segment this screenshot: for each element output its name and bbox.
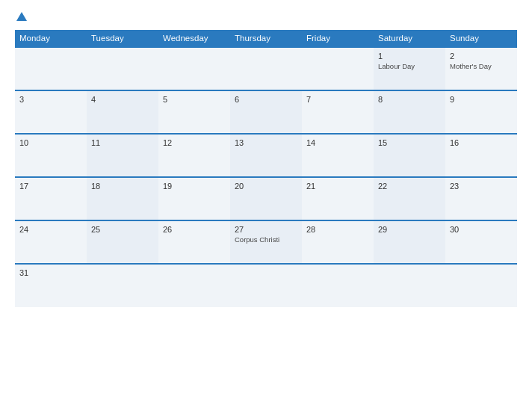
day-number: 17 bbox=[19, 182, 82, 191]
calendar-week-row: 17181920212223 bbox=[15, 177, 517, 220]
day-number: 4 bbox=[91, 95, 154, 104]
day-number: 30 bbox=[450, 225, 513, 234]
calendar-day-cell: 11 bbox=[87, 134, 158, 177]
calendar-day-cell: 14 bbox=[302, 134, 374, 177]
day-number: 9 bbox=[450, 95, 513, 104]
col-header-saturday: Saturday bbox=[374, 30, 445, 47]
day-number: 7 bbox=[306, 95, 369, 104]
calendar-week-row: 3456789 bbox=[15, 90, 517, 134]
day-number: 29 bbox=[378, 225, 441, 234]
day-number: 24 bbox=[19, 225, 82, 234]
calendar-day-cell: 12 bbox=[158, 134, 230, 177]
calendar-day-cell: 19 bbox=[158, 177, 230, 220]
calendar-day-cell: 8 bbox=[374, 90, 445, 134]
calendar-day-cell: 16 bbox=[445, 134, 517, 177]
day-number: 14 bbox=[306, 138, 369, 147]
day-number: 8 bbox=[378, 95, 441, 104]
day-number: 6 bbox=[235, 95, 297, 104]
day-number: 20 bbox=[235, 182, 297, 191]
calendar-day-cell bbox=[302, 264, 374, 307]
day-number: 5 bbox=[163, 95, 226, 104]
day-number: 3 bbox=[19, 95, 82, 104]
day-number: 22 bbox=[378, 182, 441, 191]
calendar-day-cell: 21 bbox=[302, 177, 374, 220]
calendar-week-row: 24252627Corpus Christi282930 bbox=[15, 220, 517, 264]
calendar-day-cell: 22 bbox=[374, 177, 445, 220]
day-number: 10 bbox=[19, 138, 82, 147]
day-number: 23 bbox=[450, 182, 513, 191]
calendar-day-cell: 23 bbox=[445, 177, 517, 220]
logo-triangle-icon bbox=[16, 12, 27, 21]
day-number: 13 bbox=[235, 138, 297, 147]
calendar-day-cell: 25 bbox=[87, 220, 158, 264]
calendar-week-row: 31 bbox=[15, 264, 517, 307]
col-header-tuesday: Tuesday bbox=[87, 30, 158, 47]
day-number: 28 bbox=[306, 225, 369, 234]
calendar-day-cell bbox=[374, 264, 445, 307]
calendar-day-cell bbox=[445, 264, 517, 307]
day-number: 25 bbox=[91, 225, 154, 234]
logo bbox=[15, 13, 27, 22]
calendar-day-cell: 26 bbox=[158, 220, 230, 264]
day-number: 21 bbox=[306, 182, 369, 191]
calendar-day-cell: 18 bbox=[87, 177, 158, 220]
day-number: 12 bbox=[163, 138, 226, 147]
col-header-friday: Friday bbox=[302, 30, 374, 47]
day-number: 18 bbox=[91, 182, 154, 191]
calendar-day-cell: 9 bbox=[445, 90, 517, 134]
day-number: 15 bbox=[378, 138, 441, 147]
calendar-day-cell: 1Labour Day bbox=[374, 47, 445, 90]
day-number: 16 bbox=[450, 138, 513, 147]
col-header-wednesday: Wednesday bbox=[158, 30, 230, 47]
calendar-day-cell: 3 bbox=[15, 90, 87, 134]
calendar-page: MondayTuesdayWednesdayThursdayFridaySatu… bbox=[0, 0, 532, 411]
col-header-monday: Monday bbox=[15, 30, 87, 47]
calendar-day-cell bbox=[158, 264, 230, 307]
calendar-day-cell: 15 bbox=[374, 134, 445, 177]
col-header-sunday: Sunday bbox=[445, 30, 517, 47]
day-number: 19 bbox=[163, 182, 226, 191]
calendar-day-cell: 7 bbox=[302, 90, 374, 134]
day-number: 2 bbox=[450, 52, 513, 61]
calendar-header-row: MondayTuesdayWednesdayThursdayFridaySatu… bbox=[15, 30, 517, 47]
day-number: 27 bbox=[235, 225, 297, 234]
day-number: 1 bbox=[378, 52, 441, 61]
calendar-day-cell bbox=[87, 264, 158, 307]
calendar-day-cell: 10 bbox=[15, 134, 87, 177]
calendar-day-cell bbox=[158, 47, 230, 90]
calendar-day-cell bbox=[230, 47, 302, 90]
day-event-label: Corpus Christi bbox=[235, 235, 297, 244]
calendar-day-cell: 24 bbox=[15, 220, 87, 264]
day-event-label: Labour Day bbox=[378, 62, 441, 71]
calendar-week-row: 10111213141516 bbox=[15, 134, 517, 177]
calendar-day-cell: 5 bbox=[158, 90, 230, 134]
calendar-day-cell: 13 bbox=[230, 134, 302, 177]
day-number: 26 bbox=[163, 225, 226, 234]
calendar-day-cell bbox=[302, 47, 374, 90]
calendar-day-cell: 30 bbox=[445, 220, 517, 264]
calendar-day-cell: 29 bbox=[374, 220, 445, 264]
calendar-day-cell bbox=[230, 264, 302, 307]
calendar-day-cell: 31 bbox=[15, 264, 87, 307]
calendar-day-cell bbox=[87, 47, 158, 90]
day-number: 31 bbox=[19, 268, 82, 277]
day-number: 11 bbox=[91, 138, 154, 147]
calendar-week-row: 1Labour Day2Mother's Day bbox=[15, 47, 517, 90]
calendar-day-cell: 27Corpus Christi bbox=[230, 220, 302, 264]
calendar-day-cell: 6 bbox=[230, 90, 302, 134]
col-header-thursday: Thursday bbox=[230, 30, 302, 47]
calendar-day-cell: 4 bbox=[87, 90, 158, 134]
calendar-day-cell bbox=[15, 47, 87, 90]
header bbox=[15, 13, 517, 22]
calendar-day-cell: 20 bbox=[230, 177, 302, 220]
calendar-day-cell: 2Mother's Day bbox=[445, 47, 517, 90]
calendar-day-cell: 28 bbox=[302, 220, 374, 264]
calendar-day-cell: 17 bbox=[15, 177, 87, 220]
day-event-label: Mother's Day bbox=[450, 62, 513, 71]
calendar-table: MondayTuesdayWednesdayThursdayFridaySatu… bbox=[15, 30, 517, 307]
